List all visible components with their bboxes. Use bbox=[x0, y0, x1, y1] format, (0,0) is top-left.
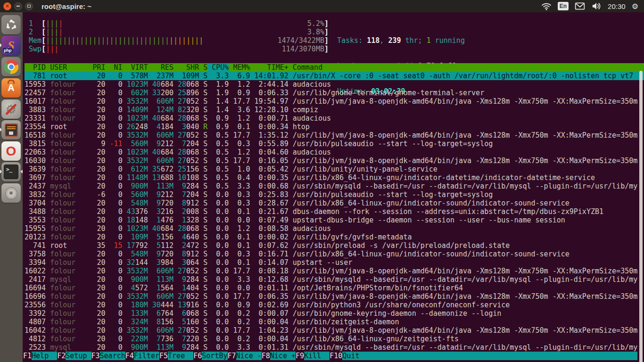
process-row-15955[interactable]: 15955folour2001023M4068428068S0.01.20:08… bbox=[25, 224, 644, 233]
column-header-time[interactable]: TIME+ bbox=[250, 63, 289, 72]
cpu-cell: 0.0 bbox=[207, 343, 229, 352]
disk-utility-launcher-icon[interactable] bbox=[1, 183, 21, 203]
fkey-f5[interactable]: F5 bbox=[159, 352, 168, 360]
process-row-3697[interactable]: 3697folour2001148M1368810108S0.50.40:00.… bbox=[25, 173, 644, 182]
process-row-16017[interactable]: 16017folour2003532M606M27052S1.417.719:5… bbox=[25, 97, 644, 106]
state-cell: S bbox=[199, 301, 207, 309]
fkey-f8[interactable]: F8 bbox=[262, 352, 270, 360]
minimize-button[interactable] bbox=[14, 2, 22, 10]
terminal-scrollbar[interactable] bbox=[639, 71, 643, 362]
process-row-3704[interactable]: 3704folour200548M97208912S0.00.30:28.67/… bbox=[25, 199, 644, 207]
volume-icon[interactable] bbox=[591, 2, 602, 10]
process-row-3883[interactable]: 3883folour2001409M124M82320S1.43.612:28.… bbox=[25, 106, 644, 114]
fkey-f7[interactable]: F7 bbox=[228, 352, 236, 360]
ubuntu-dash-button[interactable] bbox=[1, 15, 21, 34]
fkey-label-help[interactable]: Help bbox=[32, 352, 57, 360]
process-row-23556[interactable]: 23556folour200180M3044413916S0.00.90:02.… bbox=[25, 301, 644, 309]
fkey-f4[interactable]: F4 bbox=[125, 352, 134, 360]
process-row-23554[interactable]: 23554root2002624841843040R0.90.10:00.34h… bbox=[25, 123, 644, 131]
process-row-20123[interactable]: 20123folour200109M51564640S0.00.10:00.02… bbox=[25, 233, 644, 241]
column-header-res[interactable]: RES bbox=[148, 63, 173, 72]
chromium-launcher-icon[interactable] bbox=[1, 57, 21, 76]
maximize-button[interactable] bbox=[25, 2, 33, 10]
column-header-pid[interactable]: PID bbox=[25, 63, 46, 72]
process-row-4807[interactable]: 4807folour200324M81565160S0.00.20:00.04/… bbox=[25, 318, 644, 326]
res-cell: 606M bbox=[148, 326, 173, 335]
column-header-state[interactable]: S bbox=[199, 63, 207, 72]
cpu-cell: 0.9 bbox=[207, 114, 229, 123]
fkey-f6[interactable]: F6 bbox=[193, 352, 202, 360]
fkey-label-search[interactable]: Search bbox=[100, 352, 125, 360]
session-gear-icon[interactable]: ⚙ bbox=[632, 2, 638, 11]
system-settings-launcher-icon[interactable]: ⚙ bbox=[1, 99, 21, 119]
fkey-f1[interactable]: F1 bbox=[23, 352, 32, 360]
column-header-pri[interactable]: PRI bbox=[88, 63, 105, 72]
res-cell: 35672 bbox=[148, 165, 173, 173]
fkey-label-nice-+[interactable]: Nice + bbox=[270, 352, 296, 360]
process-row-16694[interactable]: 16694folour200457215641404S0.00.00:01.11… bbox=[25, 284, 644, 292]
fkey-f2[interactable]: F2 bbox=[57, 352, 66, 360]
process-row-16022[interactable]: 16022folour2003532M606M27052S0.017.70:08… bbox=[25, 267, 644, 275]
fkey-f10[interactable]: F10 bbox=[330, 352, 342, 360]
fkey-f3[interactable]: F3 bbox=[91, 352, 100, 360]
fkey-label-setup[interactable]: Setup bbox=[66, 352, 91, 360]
wifi-icon[interactable] bbox=[541, 2, 552, 10]
column-header-cpu[interactable]: CPU% bbox=[207, 63, 229, 72]
phpstorm-launcher-icon[interactable]: S php bbox=[1, 36, 21, 55]
software-center-launcher-icon[interactable]: A bbox=[1, 78, 21, 98]
process-row-2437[interactable]: 2437mysql200900M113M9284S0.53.30:00.68/u… bbox=[25, 182, 644, 190]
process-row-16518[interactable]: 16518folour2003532M606M27052S0.517.71:35… bbox=[25, 131, 644, 140]
keyboard-layout-indicator[interactable]: En bbox=[558, 2, 569, 10]
column-header-command[interactable]: Command bbox=[289, 63, 644, 72]
mail-icon[interactable] bbox=[575, 2, 585, 10]
virt-cell: 1148M bbox=[123, 173, 148, 182]
shr-cell: 4640 bbox=[173, 233, 199, 241]
column-header-user[interactable]: USER bbox=[46, 63, 88, 72]
time-cell: 0:08.58 bbox=[250, 224, 289, 233]
close-button[interactable]: × bbox=[3, 2, 11, 10]
opera-launcher-icon[interactable]: O bbox=[1, 141, 21, 161]
process-row-3394[interactable]: 3394folour2003214439843064S0.00.10:14.07… bbox=[25, 258, 644, 267]
process-row-3758[interactable]: 3758folour200548M97208912S0.00.30:16.71/… bbox=[25, 250, 644, 258]
clock[interactable]: 20:30 bbox=[608, 2, 626, 10]
fkey-f9[interactable]: F9 bbox=[296, 352, 304, 360]
command-cell: /usr/lib/x86_64-linux-gnu/indicator-date… bbox=[289, 173, 644, 182]
process-row-3815[interactable]: 3815folour9-11560M92127204S0.50.30:55.89… bbox=[25, 140, 644, 148]
fkey-label-tree[interactable]: Tree bbox=[168, 352, 193, 360]
process-row-781[interactable]: 781root200578M237M109MS3.36.914:01.92/us… bbox=[25, 72, 644, 80]
process-row-22063[interactable]: 22063folour2001023M4068428068S0.51.20:04… bbox=[25, 148, 644, 156]
process-row-16696[interactable]: 16696folour2003532M606M27052S0.017.70:06… bbox=[25, 292, 644, 301]
process-row-23331[interactable]: 23331folour2001023M4068428068S0.91.20:00… bbox=[25, 114, 644, 123]
time-cell: 0:06.33 bbox=[250, 89, 289, 97]
fkey-label-quit[interactable]: Quit bbox=[342, 352, 637, 360]
process-row-3832[interactable]: 3832folour-60560M92127204S0.00.30:25.83/… bbox=[25, 190, 644, 199]
process-row-3553[interactable]: 3553folour2001814814761328S0.00.00:07.49… bbox=[25, 216, 644, 224]
process-row-3392[interactable]: 3392folour200133M67646068S0.00.20:00.07/… bbox=[25, 309, 644, 318]
command-cell: /usr/lib/x86_64-linux-gnu/indicator-soun… bbox=[289, 199, 644, 207]
terminal-launcher-icon[interactable]: >_ bbox=[1, 162, 21, 181]
column-header-shr[interactable]: SHR bbox=[173, 63, 199, 72]
process-row-22457[interactable]: 22457folour200602M3320025896S1.90.90:06.… bbox=[25, 89, 644, 97]
mem-cell: 0.9 bbox=[229, 301, 250, 309]
process-row-2417[interactable]: 2417mysql200900M113M9284S0.03.30:12.68/u… bbox=[25, 275, 644, 284]
time-cell: 0:00.04 bbox=[250, 318, 289, 326]
column-header-virt[interactable]: VIRT bbox=[123, 63, 148, 72]
file-archiver-launcher-icon[interactable] bbox=[1, 120, 21, 140]
virt-cell: 602M bbox=[123, 89, 148, 97]
process-row-16030[interactable]: 16030folour2003532M606M27052S0.517.70:16… bbox=[25, 156, 644, 165]
process-row-2523[interactable]: 2523mysql200900M113M9284S0.03.30:01.31/u… bbox=[25, 343, 644, 352]
res-cell: 40684 bbox=[148, 80, 173, 89]
column-header-ni[interactable]: NI bbox=[106, 63, 123, 72]
fkey-label-kill[interactable]: Kill bbox=[304, 352, 330, 360]
process-row-4812[interactable]: 4812folour200228M77367220S0.00.20:00.04/… bbox=[25, 335, 644, 343]
fkey-label-nice--[interactable]: Nice - bbox=[236, 352, 262, 360]
process-row-15953[interactable]: 15953folour2001023M4068428068S1.91.22:44… bbox=[25, 80, 644, 89]
process-row-3639[interactable]: 3639folour200612M3567225156S0.51.00:05.4… bbox=[25, 165, 644, 173]
process-row-741[interactable]: 741root35151779251122472S0.00.10:07.62/u… bbox=[25, 241, 644, 250]
column-header-mem[interactable]: MEM% bbox=[229, 63, 250, 72]
pid-cell: 16518 bbox=[25, 131, 46, 140]
fkey-label-filter[interactable]: Filter bbox=[134, 352, 159, 360]
process-row-16042[interactable]: 16042folour2003532M606M27052S0.017.71:04… bbox=[25, 326, 644, 335]
fkey-label-sortby[interactable]: SortBy bbox=[202, 352, 227, 360]
process-row-3488[interactable]: 3488folour2004337632162008S0.00.10:21.67… bbox=[25, 207, 644, 216]
